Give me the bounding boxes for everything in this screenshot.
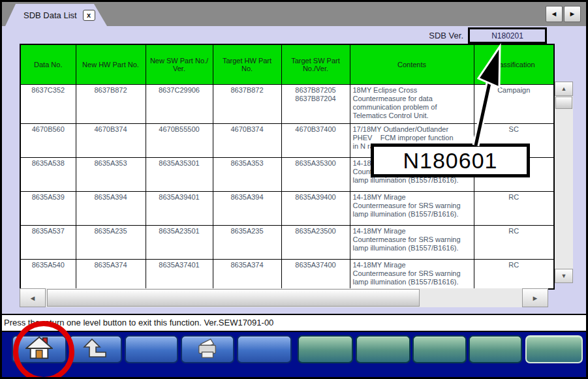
cell-data-no: 4670B560 xyxy=(20,124,76,158)
printer-icon xyxy=(195,337,220,361)
table-row[interactable]: 8635A5408635A3748635A374018635A3748635A3… xyxy=(20,260,554,289)
cell-target-sw-part-no: 8637B87205 8637B87204 xyxy=(281,85,350,124)
sdb-ver-value: N180201 xyxy=(468,27,547,44)
scroll-right-icon[interactable]: ► xyxy=(522,288,548,307)
scroll-left-icon[interactable]: ◄ xyxy=(20,288,46,307)
column-header-new-hw-part-no: New HW Part No. xyxy=(76,44,146,85)
column-header-new-sw-part-no: New SW Part No./ Ver. xyxy=(146,44,213,85)
cell-new-hw-part-no: 8637B872 xyxy=(76,85,146,124)
function-button-1[interactable] xyxy=(298,335,353,363)
status-bar: Press the return one level button to exi… xyxy=(0,314,588,332)
cell-data-no: 8635A538 xyxy=(20,158,76,192)
cell-new-hw-part-no: 4670B374 xyxy=(76,124,146,158)
function-button-2[interactable] xyxy=(356,335,410,363)
toolbar xyxy=(0,332,588,379)
cell-target-sw-part-no: 4670B37400 xyxy=(281,124,350,158)
cell-classification: Campaign xyxy=(474,85,554,124)
cell-contents: 14-18MY Mirage Countermeasure for SRS wa… xyxy=(350,192,474,226)
function-button-3[interactable] xyxy=(412,335,467,363)
return-one-level-button[interactable] xyxy=(69,335,122,363)
cell-target-sw-part-no: 8635A23500 xyxy=(281,226,350,260)
cell-target-hw-part-no: 8637B872 xyxy=(213,85,281,124)
home-icon xyxy=(25,336,53,363)
cell-contents: 14-18MY Mirage Countermeasure for SRS wa… xyxy=(350,260,474,289)
cell-target-hw-part-no: 4670B374 xyxy=(213,124,281,158)
annotation-callout: N180601 xyxy=(371,144,530,177)
mut3-sdb-window: SDB Data List x ◄ ► SDB Ver. N180201 Dat… xyxy=(0,0,588,379)
title-strip: SDB Data List x ◄ ► xyxy=(0,0,588,26)
nav-prev-button[interactable]: ◄ xyxy=(546,6,563,22)
home-button[interactable] xyxy=(12,335,67,363)
cell-classification: RC xyxy=(474,260,554,289)
cell-contents: 14-18MY Mirage Countermeasure for SRS wa… xyxy=(350,226,474,260)
cell-new-hw-part-no: 8635A374 xyxy=(76,260,146,289)
column-header-contents: Contents xyxy=(350,44,474,85)
cell-data-no: 8635A537 xyxy=(20,226,76,260)
cell-contents: 18MY Eclipse Cross Countermeasure for da… xyxy=(350,85,474,124)
horizontal-scrollbar[interactable]: ◄ ► xyxy=(20,288,548,307)
cell-classification: RC xyxy=(474,226,554,260)
table-row[interactable]: 8635A5378635A2358635A235018635A2358635A2… xyxy=(20,226,554,260)
column-header-classification: Classification xyxy=(474,44,554,85)
cell-target-sw-part-no: 8635A39400 xyxy=(281,192,350,226)
cell-new-sw-part-no: 8637C29906 xyxy=(146,85,213,124)
vertical-scrollbar[interactable]: ▲ ▼ xyxy=(555,82,573,283)
cell-new-sw-part-no: 8635A35301 xyxy=(146,158,213,192)
cell-new-sw-part-no: 8635A23501 xyxy=(146,226,213,260)
column-header-target-sw-part-no: Target SW Part No./Ver. xyxy=(281,44,350,85)
cell-target-hw-part-no: 8635A374 xyxy=(213,260,281,289)
vertical-scroll-thumb[interactable] xyxy=(555,97,572,109)
tab-title: SDB Data List xyxy=(23,10,77,20)
cell-target-sw-part-no: 8635A37400 xyxy=(281,260,350,289)
return-up-icon xyxy=(83,338,108,361)
cell-new-sw-part-no: 8635A39401 xyxy=(146,192,213,226)
tab-sdb-data-list[interactable]: SDB Data List x xyxy=(5,4,107,26)
cell-classification: RC xyxy=(474,192,554,226)
cell-data-no: 8637C352 xyxy=(20,85,76,124)
cell-new-hw-part-no: 8635A394 xyxy=(76,192,146,226)
cell-new-sw-part-no: 4670B55500 xyxy=(146,124,213,158)
column-header-target-hw-part-no: Target HW Part No. xyxy=(213,44,281,85)
nav-next-button[interactable]: ► xyxy=(564,6,581,22)
table-row[interactable]: 8637C3528637B8728637C299068637B8728637B8… xyxy=(20,85,554,124)
table-row[interactable]: 8635A5398635A3948635A394018635A3948635A3… xyxy=(20,192,554,226)
blank-blue-button-1[interactable] xyxy=(125,335,178,363)
cell-data-no: 8635A540 xyxy=(20,260,76,289)
table-body: 8637C3528637B8728637C299068637B8728637B8… xyxy=(20,85,554,289)
cell-new-hw-part-no: 8635A235 xyxy=(76,226,146,260)
cell-new-hw-part-no: 8635A353 xyxy=(76,158,146,192)
function-button-4[interactable] xyxy=(469,335,522,363)
cell-data-no: 8635A539 xyxy=(20,192,76,226)
sdb-ver-label: SDB Ver. xyxy=(392,31,463,40)
column-header-data-no: Data No. xyxy=(20,44,76,85)
horizontal-scroll-thumb[interactable] xyxy=(47,289,420,307)
scroll-up-icon[interactable]: ▲ xyxy=(555,82,573,96)
close-icon[interactable]: x xyxy=(83,10,95,21)
table-head: Data No.New HW Part No.New SW Part No./ … xyxy=(20,44,554,85)
cell-target-hw-part-no: 8635A235 xyxy=(213,226,281,260)
cell-target-hw-part-no: 8635A394 xyxy=(213,192,281,226)
cell-target-sw-part-no: 8635A35300 xyxy=(281,158,350,192)
cell-new-sw-part-no: 8635A37401 xyxy=(146,260,213,289)
scroll-down-icon[interactable]: ▼ xyxy=(555,269,573,283)
print-button[interactable] xyxy=(181,335,234,363)
function-button-5[interactable] xyxy=(525,335,583,363)
cell-target-hw-part-no: 8635A353 xyxy=(213,158,281,192)
blank-blue-button-2[interactable] xyxy=(237,335,292,363)
